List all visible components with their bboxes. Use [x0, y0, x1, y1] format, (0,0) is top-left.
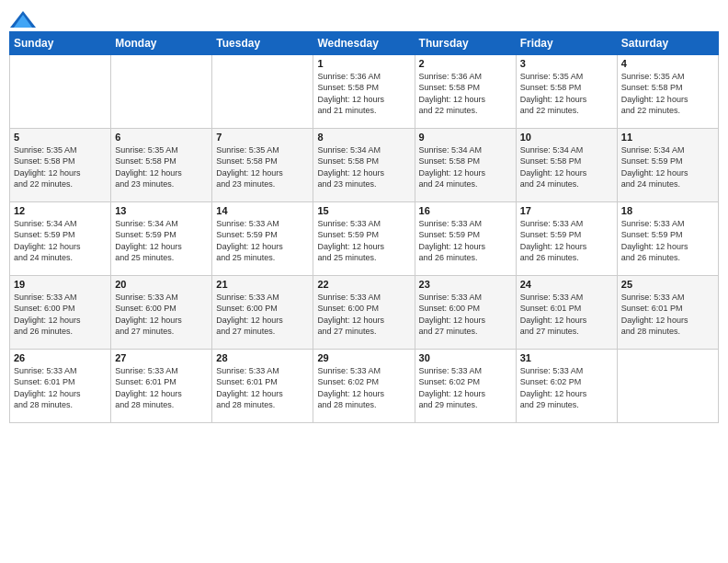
weekday-header-row: SundayMondayTuesdayWednesdayThursdayFrid…	[10, 31, 719, 54]
day-info: Sunrise: 5:33 AM Sunset: 6:01 PM Dayligh…	[14, 365, 107, 411]
day-info: Sunrise: 5:33 AM Sunset: 5:59 PM Dayligh…	[419, 218, 512, 264]
day-info: Sunrise: 5:34 AM Sunset: 5:59 PM Dayligh…	[14, 218, 107, 264]
day-info: Sunrise: 5:34 AM Sunset: 5:58 PM Dayligh…	[317, 144, 410, 190]
day-info: Sunrise: 5:33 AM Sunset: 6:00 PM Dayligh…	[419, 292, 512, 338]
day-info: Sunrise: 5:33 AM Sunset: 6:00 PM Dayligh…	[14, 292, 107, 338]
weekday-header: Monday	[111, 31, 212, 54]
calendar-cell: 2Sunrise: 5:36 AM Sunset: 5:58 PM Daylig…	[415, 54, 516, 128]
calendar-cell: 4Sunrise: 5:35 AM Sunset: 5:58 PM Daylig…	[617, 54, 718, 128]
day-number: 18	[621, 205, 714, 216]
day-number: 22	[317, 279, 410, 290]
day-number: 4	[621, 58, 714, 69]
calendar-cell: 28Sunrise: 5:33 AM Sunset: 6:01 PM Dayli…	[212, 349, 313, 422]
calendar-cell: 3Sunrise: 5:35 AM Sunset: 5:58 PM Daylig…	[516, 54, 617, 128]
weekday-header: Saturday	[617, 31, 718, 54]
calendar-cell: 11Sunrise: 5:34 AM Sunset: 5:59 PM Dayli…	[617, 128, 718, 201]
day-number: 23	[419, 279, 512, 290]
calendar-cell: 29Sunrise: 5:33 AM Sunset: 6:02 PM Dayli…	[313, 349, 415, 422]
day-number: 27	[115, 352, 208, 363]
day-info: Sunrise: 5:33 AM Sunset: 6:01 PM Dayligh…	[216, 365, 309, 411]
day-number: 9	[419, 132, 512, 143]
calendar-cell: 24Sunrise: 5:33 AM Sunset: 6:01 PM Dayli…	[516, 275, 617, 349]
calendar-cell: 5Sunrise: 5:35 AM Sunset: 5:58 PM Daylig…	[10, 128, 111, 201]
day-info: Sunrise: 5:33 AM Sunset: 5:59 PM Dayligh…	[621, 218, 714, 264]
calendar-cell: 8Sunrise: 5:34 AM Sunset: 5:58 PM Daylig…	[313, 128, 415, 201]
calendar-cell	[111, 54, 212, 128]
calendar-table: SundayMondayTuesdayWednesdayThursdayFrid…	[9, 31, 719, 423]
calendar-cell: 7Sunrise: 5:35 AM Sunset: 5:58 PM Daylig…	[212, 128, 313, 201]
day-info: Sunrise: 5:35 AM Sunset: 5:58 PM Dayligh…	[621, 71, 714, 117]
header	[9, 9, 719, 24]
calendar-cell: 17Sunrise: 5:33 AM Sunset: 5:59 PM Dayli…	[516, 201, 617, 275]
logo-icon	[10, 11, 36, 28]
day-number: 29	[317, 352, 410, 363]
day-number: 11	[621, 132, 714, 143]
calendar-cell: 15Sunrise: 5:33 AM Sunset: 5:59 PM Dayli…	[313, 201, 415, 275]
day-number: 14	[216, 205, 309, 216]
day-number: 17	[520, 205, 613, 216]
day-number: 31	[520, 352, 613, 363]
calendar-cell: 13Sunrise: 5:34 AM Sunset: 5:59 PM Dayli…	[111, 201, 212, 275]
calendar-cell: 22Sunrise: 5:33 AM Sunset: 6:00 PM Dayli…	[313, 275, 415, 349]
calendar-cell: 12Sunrise: 5:34 AM Sunset: 5:59 PM Dayli…	[10, 201, 111, 275]
day-number: 8	[317, 132, 410, 143]
calendar-week-row: 5Sunrise: 5:35 AM Sunset: 5:58 PM Daylig…	[10, 128, 719, 201]
weekday-header: Wednesday	[313, 31, 415, 54]
calendar-cell	[617, 349, 718, 422]
calendar-cell: 6Sunrise: 5:35 AM Sunset: 5:58 PM Daylig…	[111, 128, 212, 201]
day-info: Sunrise: 5:35 AM Sunset: 5:58 PM Dayligh…	[115, 144, 208, 190]
calendar-cell	[10, 54, 111, 128]
calendar-cell: 26Sunrise: 5:33 AM Sunset: 6:01 PM Dayli…	[10, 349, 111, 422]
calendar-cell: 20Sunrise: 5:33 AM Sunset: 6:00 PM Dayli…	[111, 275, 212, 349]
day-info: Sunrise: 5:33 AM Sunset: 6:01 PM Dayligh…	[520, 292, 613, 338]
day-number: 30	[419, 352, 512, 363]
day-info: Sunrise: 5:33 AM Sunset: 5:59 PM Dayligh…	[520, 218, 613, 264]
day-number: 28	[216, 352, 309, 363]
day-number: 25	[621, 279, 714, 290]
day-number: 10	[520, 132, 613, 143]
day-info: Sunrise: 5:33 AM Sunset: 6:00 PM Dayligh…	[317, 292, 410, 338]
day-info: Sunrise: 5:34 AM Sunset: 5:59 PM Dayligh…	[621, 144, 714, 190]
calendar-cell: 14Sunrise: 5:33 AM Sunset: 5:59 PM Dayli…	[212, 201, 313, 275]
calendar-cell: 21Sunrise: 5:33 AM Sunset: 6:00 PM Dayli…	[212, 275, 313, 349]
day-number: 21	[216, 279, 309, 290]
day-info: Sunrise: 5:36 AM Sunset: 5:58 PM Dayligh…	[317, 71, 410, 117]
weekday-header: Tuesday	[212, 31, 313, 54]
day-number: 7	[216, 132, 309, 143]
day-number: 15	[317, 205, 410, 216]
day-info: Sunrise: 5:35 AM Sunset: 5:58 PM Dayligh…	[14, 144, 107, 190]
day-number: 1	[317, 58, 410, 69]
calendar-week-row: 12Sunrise: 5:34 AM Sunset: 5:59 PM Dayli…	[10, 201, 719, 275]
day-info: Sunrise: 5:33 AM Sunset: 6:01 PM Dayligh…	[115, 365, 208, 411]
day-number: 19	[14, 279, 107, 290]
calendar-cell: 30Sunrise: 5:33 AM Sunset: 6:02 PM Dayli…	[415, 349, 516, 422]
day-info: Sunrise: 5:35 AM Sunset: 5:58 PM Dayligh…	[520, 71, 613, 117]
calendar-cell: 1Sunrise: 5:36 AM Sunset: 5:58 PM Daylig…	[313, 54, 415, 128]
day-info: Sunrise: 5:33 AM Sunset: 5:59 PM Dayligh…	[317, 218, 410, 264]
day-info: Sunrise: 5:33 AM Sunset: 6:00 PM Dayligh…	[216, 292, 309, 338]
calendar-cell: 18Sunrise: 5:33 AM Sunset: 5:59 PM Dayli…	[617, 201, 718, 275]
day-number: 5	[14, 132, 107, 143]
day-info: Sunrise: 5:34 AM Sunset: 5:58 PM Dayligh…	[419, 144, 512, 190]
calendar-cell: 9Sunrise: 5:34 AM Sunset: 5:58 PM Daylig…	[415, 128, 516, 201]
day-info: Sunrise: 5:33 AM Sunset: 6:01 PM Dayligh…	[621, 292, 714, 338]
logo	[9, 9, 36, 24]
day-info: Sunrise: 5:33 AM Sunset: 6:00 PM Dayligh…	[115, 292, 208, 338]
weekday-header: Thursday	[415, 31, 516, 54]
day-info: Sunrise: 5:36 AM Sunset: 5:58 PM Dayligh…	[419, 71, 512, 117]
day-number: 20	[115, 279, 208, 290]
calendar-cell: 27Sunrise: 5:33 AM Sunset: 6:01 PM Dayli…	[111, 349, 212, 422]
day-info: Sunrise: 5:33 AM Sunset: 6:02 PM Dayligh…	[317, 365, 410, 411]
weekday-header: Friday	[516, 31, 617, 54]
day-number: 13	[115, 205, 208, 216]
day-number: 3	[520, 58, 613, 69]
calendar-cell: 16Sunrise: 5:33 AM Sunset: 5:59 PM Dayli…	[415, 201, 516, 275]
calendar-week-row: 1Sunrise: 5:36 AM Sunset: 5:58 PM Daylig…	[10, 54, 719, 128]
day-info: Sunrise: 5:33 AM Sunset: 6:02 PM Dayligh…	[419, 365, 512, 411]
day-info: Sunrise: 5:35 AM Sunset: 5:58 PM Dayligh…	[216, 144, 309, 190]
calendar-cell	[212, 54, 313, 128]
day-info: Sunrise: 5:33 AM Sunset: 5:59 PM Dayligh…	[216, 218, 309, 264]
calendar-cell: 31Sunrise: 5:33 AM Sunset: 6:02 PM Dayli…	[516, 349, 617, 422]
day-info: Sunrise: 5:34 AM Sunset: 5:58 PM Dayligh…	[520, 144, 613, 190]
day-number: 24	[520, 279, 613, 290]
